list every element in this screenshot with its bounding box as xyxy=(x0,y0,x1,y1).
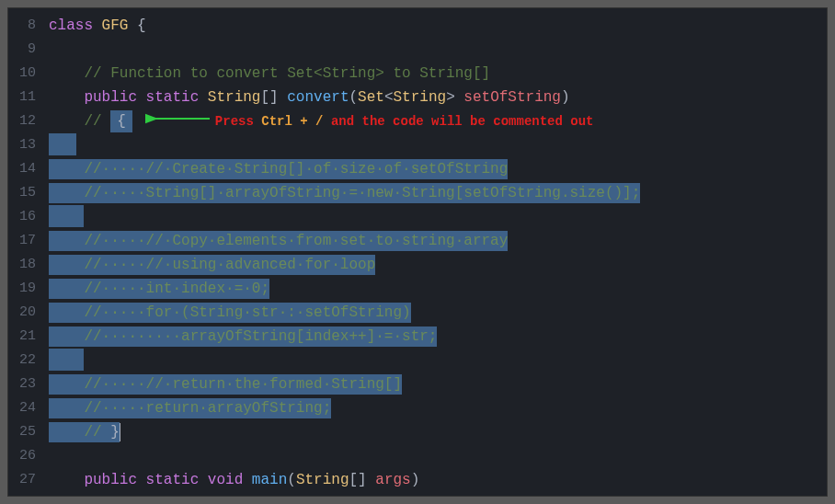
parameter: args xyxy=(375,472,410,488)
line-number: 22 xyxy=(12,349,36,372)
keyword: void xyxy=(199,472,243,488)
code-line[interactable]: // } xyxy=(45,420,827,444)
paren: ( xyxy=(349,89,358,106)
line-number: 8 xyxy=(12,14,36,38)
comment: //·····//·Copy·elements·from·set·to·stri… xyxy=(49,233,508,249)
method-name: convert xyxy=(287,89,349,106)
line-number: 21 xyxy=(12,325,36,349)
selection: //·····//·Copy·elements·from·set·to·stri… xyxy=(49,231,508,251)
code-line[interactable]: //·····//·using·advanced·for·loop xyxy=(45,253,827,277)
code-editor[interactable]: 8 9 10 11 12 13 14 15 16 17 18 19 20 21 … xyxy=(7,7,828,497)
comment: // Function to convert Set<String> to St… xyxy=(49,65,490,82)
line-number: 26 xyxy=(12,444,36,468)
selection: //·····for·(String·str·:·setOfString) xyxy=(49,303,411,323)
code-line[interactable] xyxy=(45,133,827,157)
code-line[interactable] xyxy=(45,349,827,372)
comment: //·····//·return·the·formed·String[] xyxy=(49,376,402,393)
brace: { xyxy=(117,113,126,130)
generic-open: < xyxy=(384,89,394,106)
code-line[interactable]: //·········arrayOfString[index++]·=·str; xyxy=(45,325,827,349)
selection: // } xyxy=(49,422,120,442)
brace: { xyxy=(137,17,146,34)
line-number: 12 xyxy=(12,109,36,133)
type: String xyxy=(394,89,447,106)
selection xyxy=(49,205,84,227)
selection: //·····int·index·=·0; xyxy=(49,279,269,299)
selection: { xyxy=(110,110,132,132)
line-number: 11 xyxy=(12,86,36,109)
line-number: 13 xyxy=(12,133,36,157)
arrow-icon xyxy=(145,109,210,133)
line-number: 9 xyxy=(12,38,36,62)
line-number: 24 xyxy=(12,396,36,420)
code-line[interactable] xyxy=(45,444,827,468)
paren: ) xyxy=(561,89,570,106)
line-number: 18 xyxy=(12,253,36,277)
comment: //·····String[]·arrayOfString·=·new·Stri… xyxy=(49,185,640,201)
keyword: static xyxy=(137,89,199,106)
line-number: 20 xyxy=(12,301,36,325)
code-line[interactable]: public static String[] convert(Set<Strin… xyxy=(45,86,827,109)
code-line[interactable]: //·····String[]·arrayOfString·=·new·Stri… xyxy=(45,181,827,205)
selection: //·····//·return·the·formed·String[] xyxy=(49,374,402,395)
code-line[interactable] xyxy=(45,205,827,229)
type: String xyxy=(199,89,260,106)
brace: } xyxy=(110,424,120,441)
code-line[interactable]: //·····//·Copy·elements·from·set·to·stri… xyxy=(45,229,827,253)
line-number: 25 xyxy=(12,420,36,444)
line-number: 15 xyxy=(12,181,36,205)
code-line[interactable]: //·····for·(String·str·:·setOfString) xyxy=(45,301,827,325)
selection: //·····//·Create·String[]·of·size·of·set… xyxy=(49,159,508,179)
type: Set xyxy=(358,89,384,106)
selection: //·····String[]·arrayOfString·=·new·Stri… xyxy=(49,183,640,203)
line-number: 27 xyxy=(12,468,36,492)
line-number: 10 xyxy=(12,62,36,86)
code-line[interactable]: // Function to convert Set<String> to St… xyxy=(45,62,827,86)
code-line[interactable]: //·····//·Create·String[]·of·size·of·set… xyxy=(45,157,827,181)
paren: ( xyxy=(287,472,296,488)
line-number: 14 xyxy=(12,157,36,181)
code-line[interactable]: //·····//·return·the·formed·String[] xyxy=(45,372,827,396)
annotation-key: Ctrl + / xyxy=(254,114,331,129)
code-line[interactable]: // {Press Ctrl + / and the code will be … xyxy=(45,109,827,133)
code-line[interactable]: //·····return·arrayOfString; xyxy=(45,396,827,420)
class-name: GFG xyxy=(93,17,137,34)
keyword: public xyxy=(49,472,137,488)
generic-close: > xyxy=(446,89,463,106)
type: String xyxy=(296,472,349,488)
code-line[interactable]: //·····int·index·=·0; xyxy=(45,277,827,301)
comment: //·····int·index·=·0; xyxy=(49,281,269,297)
annotation-text: and the code will be commented out xyxy=(331,114,594,129)
keyword: static xyxy=(137,472,199,488)
selection xyxy=(49,133,76,155)
paren: ) xyxy=(411,472,420,488)
comment: // xyxy=(49,113,110,130)
line-number: 23 xyxy=(12,372,36,396)
code-line[interactable]: class GFG { xyxy=(45,14,827,38)
line-number-gutter: 8 9 10 11 12 13 14 15 16 17 18 19 20 21 … xyxy=(8,8,45,496)
comment: //·········arrayOfString[index++]·=·str; xyxy=(49,328,437,345)
method-name: main xyxy=(243,472,287,488)
annotation-text: Press xyxy=(215,114,254,129)
parameter: setOfString xyxy=(463,89,561,106)
comment: //·····//·Create·String[]·of·size·of·set… xyxy=(49,161,508,178)
selection: //·····return·arrayOfString; xyxy=(49,398,331,418)
line-number: 19 xyxy=(12,277,36,301)
selection: //·········arrayOfString[index++]·=·str; xyxy=(49,326,437,347)
selection: //·····//·using·advanced·for·loop xyxy=(49,255,375,275)
comment: // xyxy=(49,424,110,441)
selection xyxy=(49,349,84,371)
comment: //·····//·using·advanced·for·loop xyxy=(49,257,375,273)
line-number: 16 xyxy=(12,205,36,229)
code-content[interactable]: class GFG { // Function to convert Set<S… xyxy=(45,8,827,496)
brackets: [] xyxy=(260,89,287,106)
cursor-icon xyxy=(120,423,120,441)
code-line[interactable]: public static void main(String[] args) xyxy=(45,468,827,492)
code-line[interactable] xyxy=(45,38,827,62)
keyword: class xyxy=(49,17,93,34)
line-number: 17 xyxy=(12,229,36,253)
comment: //·····return·arrayOfString; xyxy=(49,400,331,417)
comment: //·····for·(String·str·:·setOfString) xyxy=(49,304,411,321)
keyword: public xyxy=(49,89,137,106)
brackets: [] xyxy=(349,472,375,488)
